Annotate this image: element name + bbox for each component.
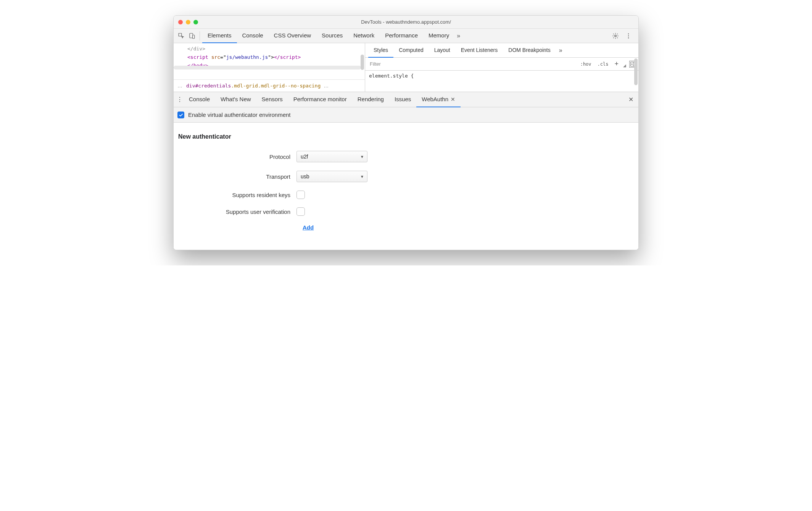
corner-resize-icon[interactable]: ◢ [623,63,626,68]
stab-layout[interactable]: Layout [429,43,456,58]
chevron-down-icon: ▼ [360,175,364,179]
traffic-lights [178,20,198,24]
transport-value: usb [301,173,309,179]
user-verification-label: Supports user verification [178,209,296,215]
dtab-rendering[interactable]: Rendering [352,92,389,107]
breadcrumb: … div#credentials.mdl-grid.mdl-grid--no-… [174,79,365,92]
dtab-issues[interactable]: Issues [389,92,416,107]
dtab-webauthn-label: WebAuthn [422,96,448,102]
svg-point-3 [628,33,629,34]
protocol-value: u2f [301,154,308,160]
dom-line: <script [187,54,211,60]
kebab-menu-icon[interactable] [623,31,634,41]
vertical-scrollbar[interactable] [634,58,638,85]
stab-computed[interactable]: Computed [393,43,429,58]
breadcrumb-ellipsis-right[interactable]: … [324,83,329,89]
new-style-rule-icon[interactable]: + [613,60,620,68]
dom-pane: </div> <script src="js/webauthn.js"></sc… [174,43,365,92]
resident-keys-label: Supports resident keys [178,192,296,198]
tab-network[interactable]: Network [348,29,380,43]
svg-point-2 [615,35,617,37]
divider [200,31,200,40]
devtools-window: DevTools - webauthndemo.appspot.com/ Ele… [173,15,639,250]
horizontal-scrollbar[interactable] [174,66,361,70]
tab-memory[interactable]: Memory [423,29,454,43]
chevron-down-icon: ▼ [360,155,364,159]
transport-label: Transport [178,173,296,180]
window-title: DevTools - webauthndemo.appspot.com/ [174,19,638,25]
enable-virtual-auth-checkbox[interactable] [177,112,184,118]
svg-rect-1 [193,35,195,38]
dtab-sensors[interactable]: Sensors [256,92,288,107]
tab-console[interactable]: Console [237,29,269,43]
webauthn-panel: New authenticator Protocol u2f ▼ Transpo… [174,123,638,250]
dtab-webauthn[interactable]: WebAuthn ✕ [416,92,461,107]
minimize-window-button[interactable] [186,20,190,24]
enable-bar: Enable virtual authenticator environment [174,107,638,123]
more-tabs-icon[interactable]: » [454,32,462,39]
close-window-button[interactable] [178,20,183,24]
svg-point-4 [628,35,629,36]
tab-css-overview[interactable]: CSS Overview [269,29,317,43]
vertical-scrollbar[interactable] [361,55,364,70]
cls-toggle[interactable]: .cls [596,61,610,67]
dom-line: </div> [187,46,205,52]
close-tab-icon[interactable]: ✕ [451,96,455,102]
device-toggle-icon[interactable] [187,31,197,41]
dtab-performance-monitor[interactable]: Performance monitor [288,92,352,107]
hov-toggle[interactable]: :hov [579,61,593,67]
breadcrumb-ellipsis-left[interactable]: … [177,83,183,89]
dtab-whats-new[interactable]: What's New [215,92,256,107]
main-tabbar: Elements Console CSS Overview Sources Ne… [174,29,638,43]
row-protocol: Protocol u2f ▼ [178,151,634,162]
settings-icon[interactable] [610,31,621,41]
styles-filter-row: :hov .cls + ◢ [365,58,638,71]
user-verification-checkbox[interactable] [296,207,305,216]
protocol-select[interactable]: u2f ▼ [296,151,367,162]
breadcrumb-path[interactable]: div#credentials.mdl-grid.mdl-grid--no-sp… [186,83,321,89]
resident-keys-checkbox[interactable] [296,191,305,199]
transport-select[interactable]: usb ▼ [296,171,367,182]
tab-sources[interactable]: Sources [316,29,348,43]
stab-dom-breakpoints[interactable]: DOM Breakpoints [503,43,556,58]
close-drawer-icon[interactable]: ✕ [625,96,636,103]
styles-pane: Styles Computed Layout Event Listeners D… [365,43,638,92]
more-styles-tabs-icon[interactable]: » [556,47,566,54]
zoom-window-button[interactable] [193,20,198,24]
inspect-icon[interactable] [176,31,187,41]
svg-point-5 [628,37,629,38]
styles-filter-input[interactable] [367,60,576,69]
row-resident-keys: Supports resident keys [178,191,634,199]
stab-event-listeners[interactable]: Event Listeners [456,43,503,58]
dtab-console[interactable]: Console [184,92,215,107]
drawer-menu-icon[interactable]: ⋮ [176,96,184,103]
row-transport: Transport usb ▼ [178,171,634,182]
titlebar: DevTools - webauthndemo.appspot.com/ [174,16,638,29]
row-user-verification: Supports user verification [178,207,634,216]
tab-elements[interactable]: Elements [202,29,237,43]
new-authenticator-heading: New authenticator [178,133,634,140]
protocol-label: Protocol [178,154,296,160]
stab-styles[interactable]: Styles [368,43,393,58]
add-authenticator-button[interactable]: Add [303,224,634,231]
style-rule[interactable]: element.style { [365,71,638,81]
tab-performance[interactable]: Performance [380,29,423,43]
dom-tree[interactable]: </div> <script src="js/webauthn.js"></sc… [174,43,365,79]
enable-label: Enable virtual authenticator environment [188,112,291,118]
styles-tabbar: Styles Computed Layout Event Listeners D… [365,43,638,58]
drawer-tabbar: ⋮ Console What's New Sensors Performance… [174,92,638,107]
elements-split: </div> <script src="js/webauthn.js"></sc… [174,43,638,92]
